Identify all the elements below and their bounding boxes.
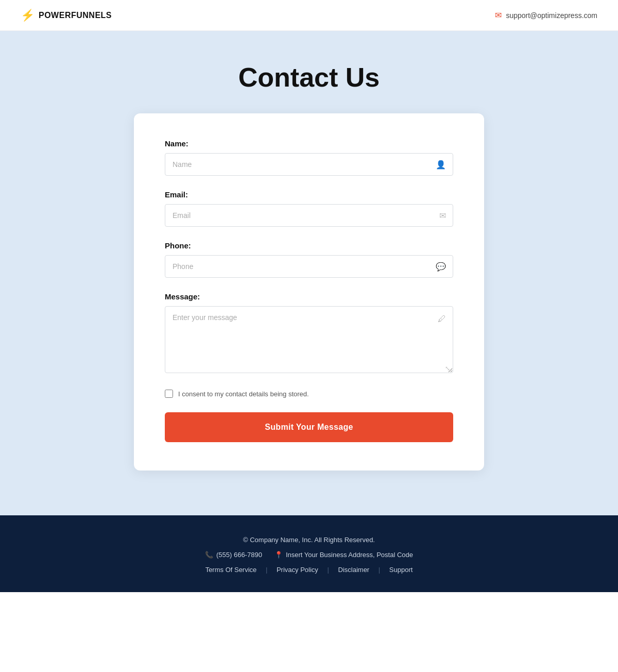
name-input-wrapper: 👤 bbox=[165, 153, 453, 176]
main-content: Contact Us Name: 👤 Email: ✉ P bbox=[0, 31, 618, 515]
logo: ⚡ POWERFUNNELS bbox=[21, 9, 112, 22]
site-header: ⚡ POWERFUNNELS ✉ support@optimizepress.c… bbox=[0, 0, 618, 31]
name-field-group: Name: 👤 bbox=[165, 139, 453, 176]
site-footer: © Company Name, Inc. All Rights Reserved… bbox=[0, 515, 618, 592]
email-label: Email: bbox=[165, 190, 453, 199]
footer-copyright: © Company Name, Inc. All Rights Reserved… bbox=[10, 536, 608, 544]
footer-link-disclaimer[interactable]: Disclaimer bbox=[338, 566, 370, 574]
contact-form-card: Name: 👤 Email: ✉ Phone: 💬 bbox=[134, 113, 484, 471]
message-field-group: Message: 🖊 ⤡ bbox=[165, 292, 453, 375]
message-textarea[interactable] bbox=[165, 306, 453, 373]
name-input[interactable] bbox=[165, 153, 453, 176]
lightning-icon: ⚡ bbox=[21, 9, 35, 22]
footer-link-support[interactable]: Support bbox=[389, 566, 413, 574]
submit-button[interactable]: Submit Your Message bbox=[165, 412, 453, 442]
email-icon: ✉ bbox=[495, 10, 502, 20]
email-input[interactable] bbox=[165, 204, 453, 227]
page-title: Contact Us bbox=[238, 62, 380, 93]
message-label: Message: bbox=[165, 292, 453, 301]
phone-input[interactable] bbox=[165, 255, 453, 278]
logo-text: POWERFUNNELS bbox=[39, 11, 112, 20]
footer-link-tos[interactable]: Terms Of Service bbox=[205, 566, 257, 574]
consent-checkbox[interactable] bbox=[165, 390, 173, 398]
footer-phone: 📞 (555) 666-7890 bbox=[205, 551, 262, 559]
footer-address: 📍 Insert Your Business Address, Postal C… bbox=[274, 551, 413, 559]
phone-field-group: Phone: 💬 bbox=[165, 241, 453, 278]
footer-links: Terms Of Service | Privacy Policy | Disc… bbox=[10, 566, 608, 574]
location-icon: 📍 bbox=[274, 551, 283, 559]
header-support-email: ✉ support@optimizepress.com bbox=[495, 10, 597, 20]
phone-label: Phone: bbox=[165, 241, 453, 250]
phone-input-wrapper: 💬 bbox=[165, 255, 453, 278]
footer-link-privacy[interactable]: Privacy Policy bbox=[277, 566, 318, 574]
email-field-group: Email: ✉ bbox=[165, 190, 453, 227]
name-label: Name: bbox=[165, 139, 453, 148]
contact-form: Name: 👤 Email: ✉ Phone: 💬 bbox=[165, 139, 453, 442]
consent-label: I consent to my contact details being st… bbox=[178, 390, 309, 398]
email-input-wrapper: ✉ bbox=[165, 204, 453, 227]
consent-row: I consent to my contact details being st… bbox=[165, 390, 453, 398]
message-input-wrapper: 🖊 ⤡ bbox=[165, 306, 453, 375]
footer-contact: 📞 (555) 666-7890 📍 Insert Your Business … bbox=[10, 551, 608, 559]
phone-icon: 📞 bbox=[205, 551, 213, 559]
